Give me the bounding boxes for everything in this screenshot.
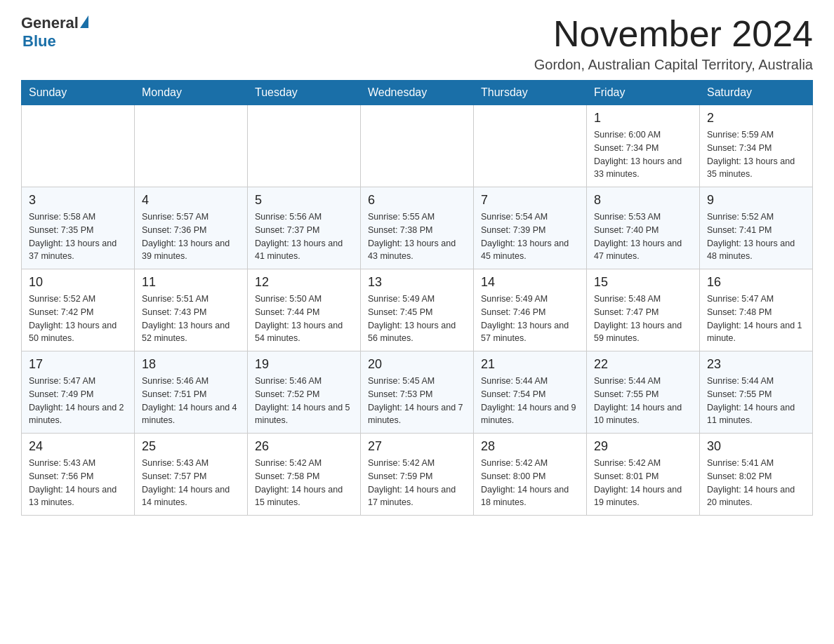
day-info: Sunrise: 5:45 AMSunset: 7:53 PMDaylight:… bbox=[368, 375, 466, 427]
day-info: Sunrise: 5:57 AMSunset: 7:36 PMDaylight:… bbox=[142, 210, 240, 263]
day-number: 24 bbox=[29, 439, 127, 454]
calendar-cell: 9Sunrise: 5:52 AMSunset: 7:41 PMDaylight… bbox=[700, 187, 813, 269]
month-title: November 2024 bbox=[534, 14, 813, 54]
calendar-cell: 19Sunrise: 5:46 AMSunset: 7:52 PMDayligh… bbox=[248, 351, 361, 434]
calendar-cell: 29Sunrise: 5:42 AMSunset: 8:01 PMDayligh… bbox=[587, 434, 700, 516]
day-info: Sunrise: 5:46 AMSunset: 7:52 PMDaylight:… bbox=[255, 375, 353, 427]
day-number: 15 bbox=[594, 275, 692, 290]
calendar-cell: 27Sunrise: 5:42 AMSunset: 7:59 PMDayligh… bbox=[361, 434, 474, 516]
day-number: 4 bbox=[142, 193, 240, 208]
day-number: 20 bbox=[368, 357, 466, 372]
weekday-header-tuesday: Tuesday bbox=[248, 81, 361, 105]
weekday-header-friday: Friday bbox=[587, 81, 700, 105]
calendar-cell: 14Sunrise: 5:49 AMSunset: 7:46 PMDayligh… bbox=[474, 269, 587, 351]
day-info: Sunrise: 5:58 AMSunset: 7:35 PMDaylight:… bbox=[29, 210, 127, 263]
calendar-cell: 15Sunrise: 5:48 AMSunset: 7:47 PMDayligh… bbox=[587, 269, 700, 351]
calendar-cell: 21Sunrise: 5:44 AMSunset: 7:54 PMDayligh… bbox=[474, 351, 587, 434]
calendar-cell: 3Sunrise: 5:58 AMSunset: 7:35 PMDaylight… bbox=[22, 187, 135, 269]
calendar-cell: 12Sunrise: 5:50 AMSunset: 7:44 PMDayligh… bbox=[248, 269, 361, 351]
day-info: Sunrise: 5:59 AMSunset: 7:34 PMDaylight:… bbox=[707, 128, 805, 181]
weekday-header-saturday: Saturday bbox=[700, 81, 813, 105]
day-number: 22 bbox=[594, 357, 692, 372]
day-number: 9 bbox=[707, 193, 805, 208]
day-number: 6 bbox=[368, 193, 466, 208]
calendar-cell: 28Sunrise: 5:42 AMSunset: 8:00 PMDayligh… bbox=[474, 434, 587, 516]
day-number: 14 bbox=[481, 275, 579, 290]
day-number: 17 bbox=[29, 357, 127, 372]
day-info: Sunrise: 5:42 AMSunset: 8:01 PMDaylight:… bbox=[594, 457, 692, 509]
day-info: Sunrise: 5:43 AMSunset: 7:56 PMDaylight:… bbox=[29, 457, 127, 509]
day-info: Sunrise: 5:52 AMSunset: 7:41 PMDaylight:… bbox=[707, 210, 805, 263]
calendar-cell: 17Sunrise: 5:47 AMSunset: 7:49 PMDayligh… bbox=[22, 351, 135, 434]
calendar-week-row: 3Sunrise: 5:58 AMSunset: 7:35 PMDaylight… bbox=[22, 187, 813, 269]
logo-blue-text: Blue bbox=[22, 32, 56, 51]
day-number: 2 bbox=[707, 111, 805, 126]
day-info: Sunrise: 5:53 AMSunset: 7:40 PMDaylight:… bbox=[594, 210, 692, 263]
day-number: 8 bbox=[594, 193, 692, 208]
day-number: 13 bbox=[368, 275, 466, 290]
title-area: November 2024 Gordon, Australian Capital… bbox=[534, 14, 813, 73]
calendar-week-row: 1Sunrise: 6:00 AMSunset: 7:34 PMDaylight… bbox=[22, 105, 813, 187]
day-info: Sunrise: 5:51 AMSunset: 7:43 PMDaylight:… bbox=[142, 293, 240, 345]
day-number: 19 bbox=[255, 357, 353, 372]
calendar-cell: 11Sunrise: 5:51 AMSunset: 7:43 PMDayligh… bbox=[135, 269, 248, 351]
calendar-week-row: 24Sunrise: 5:43 AMSunset: 7:56 PMDayligh… bbox=[22, 434, 813, 516]
weekday-header-wednesday: Wednesday bbox=[361, 81, 474, 105]
day-number: 30 bbox=[707, 439, 805, 454]
day-number: 27 bbox=[368, 439, 466, 454]
calendar-cell: 25Sunrise: 5:43 AMSunset: 7:57 PMDayligh… bbox=[135, 434, 248, 516]
calendar-cell: 23Sunrise: 5:44 AMSunset: 7:55 PMDayligh… bbox=[700, 351, 813, 434]
calendar-cell: 20Sunrise: 5:45 AMSunset: 7:53 PMDayligh… bbox=[361, 351, 474, 434]
day-number: 29 bbox=[594, 439, 692, 454]
day-info: Sunrise: 5:54 AMSunset: 7:39 PMDaylight:… bbox=[481, 210, 579, 263]
calendar-cell: 16Sunrise: 5:47 AMSunset: 7:48 PMDayligh… bbox=[700, 269, 813, 351]
weekday-header-row: SundayMondayTuesdayWednesdayThursdayFrid… bbox=[22, 81, 813, 105]
day-number: 23 bbox=[707, 357, 805, 372]
calendar-cell bbox=[474, 105, 587, 187]
calendar-cell: 6Sunrise: 5:55 AMSunset: 7:38 PMDaylight… bbox=[361, 187, 474, 269]
calendar-cell: 26Sunrise: 5:42 AMSunset: 7:58 PMDayligh… bbox=[248, 434, 361, 516]
day-info: Sunrise: 5:49 AMSunset: 7:46 PMDaylight:… bbox=[481, 293, 579, 345]
calendar-week-row: 17Sunrise: 5:47 AMSunset: 7:49 PMDayligh… bbox=[22, 351, 813, 434]
day-info: Sunrise: 5:47 AMSunset: 7:49 PMDaylight:… bbox=[29, 375, 127, 427]
calendar-cell: 4Sunrise: 5:57 AMSunset: 7:36 PMDaylight… bbox=[135, 187, 248, 269]
calendar-cell bbox=[248, 105, 361, 187]
calendar-cell bbox=[361, 105, 474, 187]
day-info: Sunrise: 5:50 AMSunset: 7:44 PMDaylight:… bbox=[255, 293, 353, 345]
calendar-cell: 2Sunrise: 5:59 AMSunset: 7:34 PMDaylight… bbox=[700, 105, 813, 187]
day-info: Sunrise: 5:42 AMSunset: 7:59 PMDaylight:… bbox=[368, 457, 466, 509]
header: General Blue November 2024 Gordon, Austr… bbox=[21, 14, 813, 73]
day-info: Sunrise: 5:44 AMSunset: 7:55 PMDaylight:… bbox=[594, 375, 692, 427]
day-info: Sunrise: 5:46 AMSunset: 7:51 PMDaylight:… bbox=[142, 375, 240, 427]
calendar-cell: 24Sunrise: 5:43 AMSunset: 7:56 PMDayligh… bbox=[22, 434, 135, 516]
day-info: Sunrise: 5:52 AMSunset: 7:42 PMDaylight:… bbox=[29, 293, 127, 345]
calendar: SundayMondayTuesdayWednesdayThursdayFrid… bbox=[21, 80, 813, 516]
calendar-cell: 30Sunrise: 5:41 AMSunset: 8:02 PMDayligh… bbox=[700, 434, 813, 516]
day-number: 18 bbox=[142, 357, 240, 372]
calendar-cell: 18Sunrise: 5:46 AMSunset: 7:51 PMDayligh… bbox=[135, 351, 248, 434]
day-number: 11 bbox=[142, 275, 240, 290]
day-number: 21 bbox=[481, 357, 579, 372]
day-number: 10 bbox=[29, 275, 127, 290]
calendar-cell: 22Sunrise: 5:44 AMSunset: 7:55 PMDayligh… bbox=[587, 351, 700, 434]
day-number: 28 bbox=[481, 439, 579, 454]
day-info: Sunrise: 5:48 AMSunset: 7:47 PMDaylight:… bbox=[594, 293, 692, 345]
day-number: 7 bbox=[481, 193, 579, 208]
day-number: 25 bbox=[142, 439, 240, 454]
day-info: Sunrise: 5:42 AMSunset: 8:00 PMDaylight:… bbox=[481, 457, 579, 509]
calendar-cell: 7Sunrise: 5:54 AMSunset: 7:39 PMDaylight… bbox=[474, 187, 587, 269]
day-info: Sunrise: 5:55 AMSunset: 7:38 PMDaylight:… bbox=[368, 210, 466, 263]
logo-general-text: General bbox=[21, 14, 79, 32]
day-number: 3 bbox=[29, 193, 127, 208]
calendar-week-row: 10Sunrise: 5:52 AMSunset: 7:42 PMDayligh… bbox=[22, 269, 813, 351]
day-info: Sunrise: 5:44 AMSunset: 7:55 PMDaylight:… bbox=[707, 375, 805, 427]
calendar-cell bbox=[135, 105, 248, 187]
day-info: Sunrise: 5:47 AMSunset: 7:48 PMDaylight:… bbox=[707, 293, 805, 345]
weekday-header-sunday: Sunday bbox=[22, 81, 135, 105]
calendar-cell: 8Sunrise: 5:53 AMSunset: 7:40 PMDaylight… bbox=[587, 187, 700, 269]
day-number: 26 bbox=[255, 439, 353, 454]
day-number: 5 bbox=[255, 193, 353, 208]
day-info: Sunrise: 5:42 AMSunset: 7:58 PMDaylight:… bbox=[255, 457, 353, 509]
day-number: 16 bbox=[707, 275, 805, 290]
day-info: Sunrise: 5:43 AMSunset: 7:57 PMDaylight:… bbox=[142, 457, 240, 509]
